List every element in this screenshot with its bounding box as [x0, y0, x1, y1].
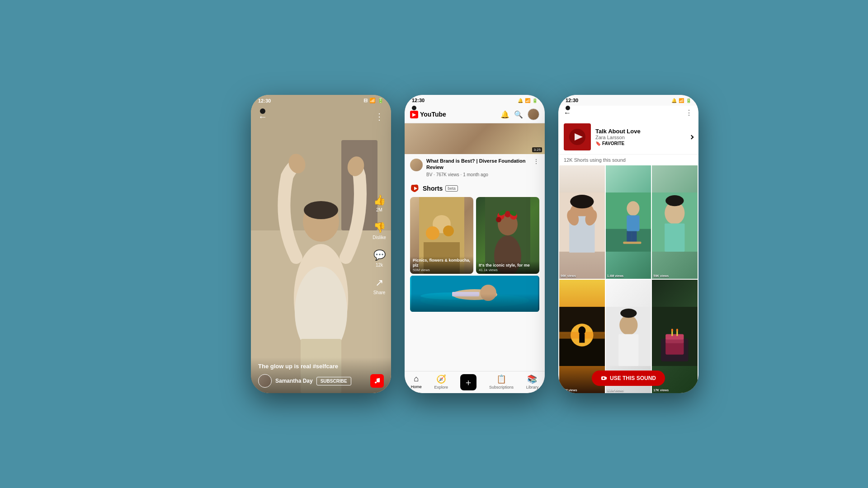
shorts-header: Shorts beta	[410, 183, 539, 193]
svg-rect-69	[666, 334, 684, 339]
like-icon: 👍	[372, 193, 387, 207]
cast-icon[interactable]: 🔔	[500, 110, 509, 119]
account-avatar[interactable]	[528, 108, 539, 120]
more-options-shorts[interactable]: ⋮	[375, 111, 384, 122]
chevron-icon	[689, 135, 694, 139]
video-meta: BV · 767K views · 1 month ago	[426, 172, 529, 177]
svg-point-54	[666, 195, 684, 206]
grid-views-1: 96K views	[561, 274, 576, 277]
sound-header: ← ⋮	[558, 106, 698, 120]
short-overlay-2: It's the iconic style, for me 41.1k view…	[476, 261, 539, 274]
grid-views-3: 59K views	[653, 274, 669, 277]
share-action[interactable]: ↗ Share	[372, 276, 387, 295]
more-options-sound[interactable]: ⋮	[685, 108, 693, 117]
video-title: What Brand is Best? | Diverse Foundation…	[426, 158, 529, 171]
add-button[interactable]: ＋	[460, 374, 476, 390]
subscriptions-label: Subscriptions	[489, 385, 514, 389]
favorite-button[interactable]: 🔖 FAVORITE	[595, 141, 685, 146]
video-age: 1 month ago	[463, 172, 488, 177]
svg-point-76	[603, 377, 604, 379]
yt-logo-icon: ▶	[410, 111, 418, 118]
grid-item-2[interactable]: 1.4M views	[606, 165, 651, 279]
yt-content: 3:25 What Brand is Best? | Diverse Found…	[405, 123, 545, 371]
time-yt: 12:30	[412, 98, 425, 103]
nav-add[interactable]: ＋	[460, 374, 476, 390]
short-title-2: It's the iconic style, for me	[479, 263, 537, 268]
svg-point-17	[426, 226, 439, 240]
subscribe-button[interactable]: SUBSCRIBE	[316, 377, 351, 385]
video-card[interactable]: What Brand is Best? | Diverse Foundation…	[405, 154, 545, 181]
nav-home[interactable]: ⌂ Home	[411, 374, 422, 390]
phone-shorts: 12:30 ⊟ 📶 🔋 ← ⋮ 👍 2M	[251, 95, 391, 393]
svg-rect-49	[632, 231, 637, 243]
sound-card: Talk About Love Zara Larsson 🔖 FAVORITE	[558, 120, 698, 155]
dislike-label: Dislike	[373, 235, 386, 240]
channel-name: BV	[426, 172, 432, 177]
wifi-icon-2: 📶	[525, 98, 530, 103]
featured-video-thumb[interactable]: 3:25	[405, 123, 545, 154]
svg-point-46	[627, 201, 639, 216]
video-menu-button[interactable]: ⋮	[533, 158, 539, 165]
svg-point-25	[496, 217, 501, 222]
shorts-logo-small	[410, 183, 420, 193]
battery-icon-2: 🔋	[532, 98, 538, 103]
explore-label: Explore	[434, 385, 448, 389]
comment-action[interactable]: 💬 12k	[372, 248, 387, 267]
nav-explore[interactable]: 🧭 Explore	[434, 374, 448, 390]
search-icon[interactable]: 🔍	[514, 110, 523, 119]
camera-dot-2	[412, 106, 416, 110]
like-action[interactable]: 👍 2M	[372, 193, 387, 212]
sound-thumbnail[interactable]	[564, 123, 591, 150]
view-count: 767K views	[436, 172, 459, 177]
favorite-label: FAVORITE	[602, 141, 624, 146]
svg-rect-48	[627, 231, 632, 243]
home-icon: ⌂	[414, 374, 419, 384]
sound-using-count: 12K Shorts using this sound	[558, 155, 698, 165]
music-icon-button[interactable]	[370, 374, 384, 388]
phones-container: 12:30 ⊟ 📶 🔋 ← ⋮ 👍 2M	[251, 95, 698, 393]
status-bar-sound: 12:30 🔔 📶 🔋	[558, 95, 698, 106]
nav-library[interactable]: 📚 Library	[526, 374, 539, 390]
shorts-top-bar: ← ⋮	[251, 95, 391, 126]
shorts-section: Shorts beta	[405, 181, 545, 316]
camera-dot-3	[566, 106, 570, 110]
use-this-sound-button[interactable]: USE THIS SOUND	[592, 371, 665, 386]
shorts-side-actions: 👍 2M 👎 Dislike 💬 12k ↗ Share	[372, 193, 387, 295]
caption-text: The glow up is real	[258, 363, 313, 370]
camera-dot	[260, 108, 265, 114]
short-item-2[interactable]: It's the iconic style, for me 41.1k view…	[476, 197, 539, 274]
nav-subscriptions[interactable]: 📋 Subscriptions	[489, 374, 514, 390]
comment-icon: 💬	[372, 248, 387, 263]
svg-point-18	[443, 225, 454, 236]
status-icons-sound: 🔔 📶 🔋	[671, 98, 691, 103]
svg-rect-47	[627, 215, 639, 231]
like-count: 2M	[376, 207, 382, 212]
svg-rect-60	[579, 333, 585, 343]
dislike-action[interactable]: 👎 Dislike	[372, 221, 387, 240]
battery-icon-3: 🔋	[686, 98, 691, 103]
status-bar-yt: 12:30 🔔 📶 🔋	[405, 95, 545, 106]
explore-icon: 🧭	[436, 374, 446, 384]
shorts-grid: Picnics, flowers & kombucha, plz 50M vie…	[410, 197, 539, 274]
short-overlay-1: Picnics, flowers & kombucha, plz 50M vie…	[410, 256, 473, 274]
short-item-1[interactable]: Picnics, flowers & kombucha, plz 50M vie…	[410, 197, 473, 274]
short-title-1: Picnics, flowers & kombucha, plz	[413, 258, 471, 268]
swim-video[interactable]	[410, 276, 539, 312]
beta-badge: beta	[445, 185, 458, 192]
user-name[interactable]: Samantha Day	[275, 378, 313, 384]
use-sound-overlay: USE THIS SOUND	[558, 367, 698, 389]
shorts-background	[251, 95, 391, 393]
share-label: Share	[373, 290, 386, 295]
svg-point-64	[620, 309, 637, 318]
use-sound-label: USE THIS SOUND	[610, 375, 656, 381]
svg-point-72	[671, 328, 673, 331]
wifi-icon-3: 📶	[679, 98, 684, 103]
svg-rect-53	[665, 224, 685, 252]
grid-item-1[interactable]: 96K views	[559, 165, 605, 279]
grid-item-3[interactable]: 59K views	[652, 165, 698, 279]
svg-point-40	[570, 195, 594, 208]
sound-screen: 12:30 🔔 📶 🔋 ← ⋮	[558, 95, 698, 393]
caption-hashtag[interactable]: #selfcare	[313, 363, 338, 370]
alarm-icon: 🔔	[518, 98, 523, 103]
yt-header: ▶ YouTube 🔔 🔍	[405, 106, 545, 123]
